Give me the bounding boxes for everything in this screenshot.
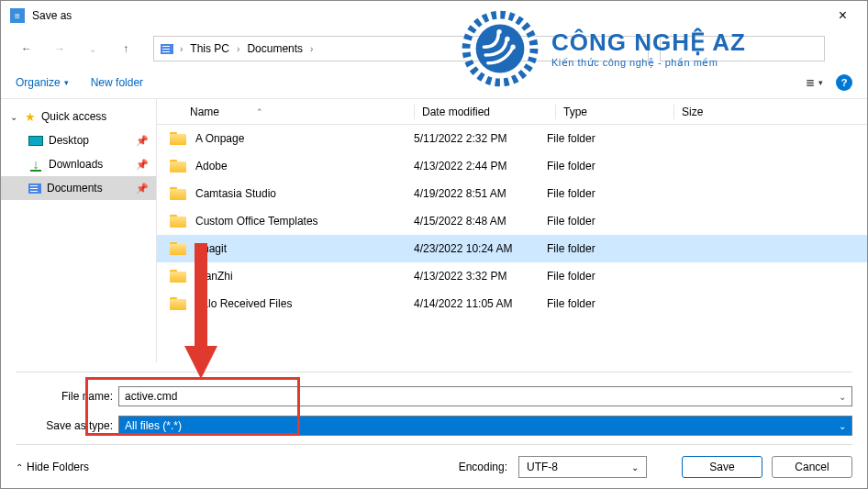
- file-name: Snagit: [195, 242, 227, 255]
- close-button[interactable]: ×: [828, 4, 858, 28]
- title-bar: ≡ Save as ×: [1, 1, 867, 30]
- hide-folders-button[interactable]: ⌃ Hide Folders: [16, 461, 89, 473]
- sidebar-label: Downloads: [49, 158, 103, 171]
- rows: A Onpage5/11/2022 2:32 PMFile folderAdob…: [157, 125, 867, 362]
- file-type: File folder: [547, 160, 657, 172]
- nav-bar: ← → ⌄ ↑ › This PC › Documents ›: [1, 30, 867, 67]
- folder-icon: [170, 187, 186, 200]
- sidebar: ⌄ ★ Quick access Desktop 📌 ↓ Downloads 📌…: [1, 99, 157, 362]
- forward-button[interactable]: →: [49, 38, 71, 60]
- hide-folders-label: Hide Folders: [27, 461, 89, 473]
- encoding-label: Encoding:: [459, 461, 507, 473]
- chevron-right-icon: ›: [235, 44, 241, 54]
- chevron-down-icon: ⌄: [631, 462, 639, 472]
- file-date: 4/13/2022 2:44 PM: [414, 160, 547, 172]
- file-date: 4/13/2022 3:32 PM: [414, 270, 547, 283]
- sidebar-label: Quick access: [41, 110, 106, 123]
- toolbar: Organize ▾ New folder ≣ ▾ ?: [1, 67, 867, 98]
- table-row[interactable]: Custom Office Templates4/15/2022 8:48 AM…: [157, 207, 867, 235]
- sidebar-item-desktop[interactable]: Desktop 📌: [1, 128, 156, 152]
- pin-icon: 📌: [136, 159, 149, 171]
- organize-menu[interactable]: Organize ▾: [16, 76, 69, 89]
- encoding-value: UTF-8: [527, 461, 558, 473]
- folder-icon: [170, 297, 186, 310]
- file-name: Custom Office Templates: [195, 215, 318, 228]
- chevron-down-icon: ▾: [64, 78, 69, 87]
- file-name-input[interactable]: active.cmd ⌄: [118, 386, 852, 406]
- save-as-type-value: All files (*.*): [125, 419, 182, 432]
- file-name: Camtasia Studio: [195, 187, 276, 200]
- search-input[interactable]: [660, 36, 825, 61]
- file-date: 4/19/2022 8:51 AM: [414, 187, 547, 200]
- file-type: File folder: [547, 242, 657, 255]
- file-name-value: active.cmd: [125, 390, 177, 403]
- chevron-right-icon: ›: [308, 44, 315, 54]
- folder-icon: [170, 132, 186, 145]
- downloads-icon: ↓: [28, 158, 43, 172]
- sidebar-item-downloads[interactable]: ↓ Downloads 📌: [1, 152, 156, 176]
- save-button[interactable]: Save: [682, 456, 762, 478]
- sidebar-item-quick-access[interactable]: ⌄ ★ Quick access: [1, 105, 156, 128]
- file-date: 4/23/2022 10:24 AM: [414, 242, 547, 255]
- footer: ⌃ Hide Folders Encoding: UTF-8 ⌄ Save Ca…: [1, 446, 867, 488]
- help-icon[interactable]: ?: [836, 74, 852, 91]
- column-date[interactable]: Date modified: [422, 106, 555, 118]
- sidebar-label: Desktop: [49, 134, 89, 147]
- folder-icon: [170, 215, 186, 228]
- up-button[interactable]: ↑: [115, 38, 137, 60]
- pin-icon: 📌: [136, 183, 149, 194]
- doc-location-icon: [160, 41, 174, 56]
- cancel-button[interactable]: Cancel: [772, 456, 852, 478]
- table-row[interactable]: A Onpage5/11/2022 2:32 PMFile folder: [157, 125, 867, 152]
- documents-icon: [28, 183, 41, 194]
- file-date: 5/11/2022 2:32 PM: [414, 132, 547, 145]
- desktop-icon: [28, 136, 43, 146]
- sort-ascending-icon: ⌃: [256, 107, 263, 117]
- organize-label: Organize: [16, 76, 61, 89]
- breadcrumb-this-pc[interactable]: This PC: [188, 42, 231, 55]
- column-type[interactable]: Type: [563, 106, 673, 118]
- star-icon: ★: [25, 110, 36, 124]
- table-row[interactable]: Camtasia Studio4/19/2022 8:51 AMFile fol…: [157, 180, 867, 207]
- folder-icon: [170, 270, 186, 283]
- column-size[interactable]: Size: [682, 106, 773, 118]
- file-name: Zalo Received Files: [195, 297, 292, 310]
- file-name: A Onpage: [195, 132, 244, 145]
- column-name[interactable]: Name ⌃: [157, 106, 414, 118]
- file-type: File folder: [547, 215, 657, 228]
- file-date: 4/14/2022 11:05 AM: [414, 297, 547, 310]
- file-type: File folder: [547, 187, 657, 200]
- pin-icon: 📌: [136, 135, 149, 147]
- body-area: ⌄ ★ Quick access Desktop 📌 ↓ Downloads 📌…: [1, 98, 867, 362]
- view-options-button[interactable]: ≣ ▾: [806, 76, 823, 89]
- breadcrumb-documents[interactable]: Documents: [245, 42, 305, 55]
- collapse-icon: ⌄: [10, 112, 19, 122]
- chevron-right-icon: ›: [178, 44, 184, 54]
- sidebar-item-documents[interactable]: Documents 📌: [1, 176, 156, 200]
- back-button[interactable]: ←: [16, 38, 38, 60]
- file-date: 4/15/2022 8:48 AM: [414, 215, 547, 228]
- new-folder-button[interactable]: New folder: [91, 76, 143, 89]
- table-row[interactable]: Snagit4/23/2022 10:24 AMFile folder: [157, 235, 867, 262]
- file-name: XianZhi: [195, 270, 233, 283]
- save-as-type-select[interactable]: All files (*.*) ⌄: [118, 416, 852, 436]
- file-type: File folder: [547, 297, 657, 310]
- notepad-icon: ≡: [10, 8, 25, 23]
- table-row[interactable]: Adobe4/13/2022 2:44 PMFile folder: [157, 152, 867, 180]
- recent-dropdown[interactable]: ⌄: [82, 38, 104, 60]
- table-row[interactable]: XianZhi4/13/2022 3:32 PMFile folder: [157, 262, 867, 290]
- encoding-select[interactable]: UTF-8 ⌄: [518, 456, 647, 478]
- chevron-down-icon: ⌄: [839, 392, 846, 402]
- table-row[interactable]: Zalo Received Files4/14/2022 11:05 AMFil…: [157, 290, 867, 317]
- window-title: Save as: [32, 9, 72, 22]
- column-headers: Name ⌃ Date modified Type Size: [157, 99, 867, 125]
- file-type: File folder: [547, 132, 657, 145]
- address-bar[interactable]: › This PC › Documents ›: [153, 36, 649, 61]
- sidebar-label: Documents: [47, 182, 103, 194]
- save-as-type-label: Save as type:: [16, 419, 118, 432]
- file-name-label: File name:: [16, 390, 118, 403]
- chevron-up-icon: ⌃: [16, 462, 23, 472]
- file-list: Name ⌃ Date modified Type Size A Onpage5…: [157, 99, 867, 362]
- folder-icon: [170, 242, 186, 255]
- file-name: Adobe: [195, 160, 228, 172]
